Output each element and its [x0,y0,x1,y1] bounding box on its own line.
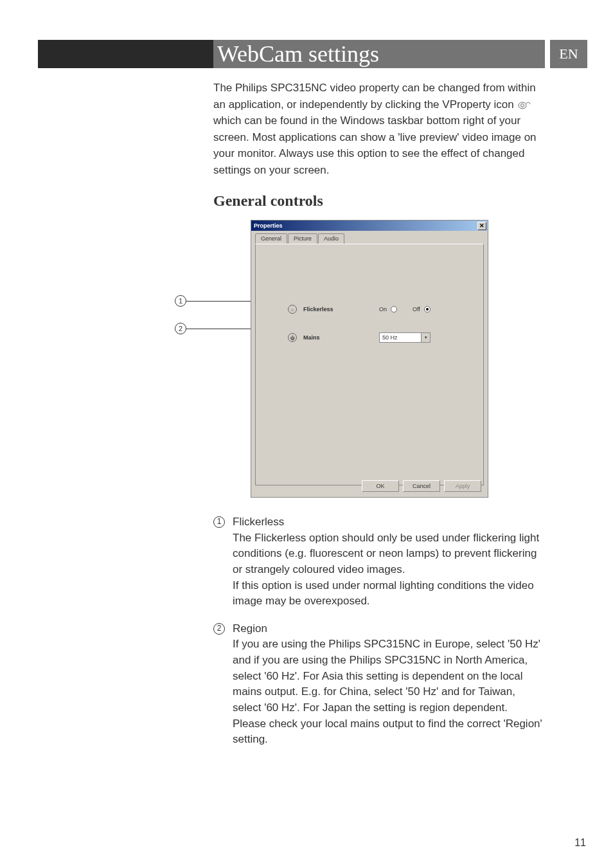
callout-circle-1: 1 [175,295,186,307]
header-dark-block [38,40,213,68]
page-number: 11 [574,837,586,849]
close-icon[interactable]: ✕ [477,222,486,230]
mains-row: ⏻ Mains 50 Hz ▾ [288,332,431,343]
flickerless-icon: ☼ [288,305,297,314]
flickerless-row: ☼ Flickerless On Off [288,305,431,314]
chevron-down-icon: ▾ [421,333,430,342]
on-label: On [379,306,387,312]
svg-point-1 [520,104,524,107]
mains-icon: ⏻ [288,333,297,342]
section-heading: General controls [213,192,545,210]
note-body-2: If you are using the Philips SPC315NC in… [233,637,545,747]
language-indicator: EN [550,40,587,68]
intro-text-part1: The Philips SPC315NC video property can … [213,82,536,111]
ok-button[interactable]: OK [362,480,399,492]
properties-dialog: Properties ✕ General Picture Audio ☼ Fli… [251,220,488,498]
notes-section: 1 Flickerless The Flickerless option sho… [213,514,545,748]
callout-circle-2: 2 [175,323,186,334]
radio-on[interactable] [391,306,397,312]
note-marker-2: 2 [213,623,225,635]
svg-point-0 [519,102,526,109]
mains-dropdown[interactable]: 50 Hz ▾ [379,332,431,343]
note-title-2: Region [233,621,545,637]
note-item-1: 1 Flickerless The Flickerless option sho… [213,514,545,610]
tab-picture[interactable]: Picture [288,233,317,244]
tab-strip: General Picture Audio [251,231,488,244]
tab-panel: ☼ Flickerless On Off ⏻ Mains 50 Hz [255,244,484,485]
dialog-illustration: 1 2 Properties ✕ General Picture Audio ☼… [194,220,545,503]
tab-general[interactable]: General [255,233,287,244]
radio-off[interactable] [424,306,431,312]
note-marker-1: 1 [213,516,225,528]
tab-audio[interactable]: Audio [318,233,344,244]
flickerless-label: Flickerless [303,306,355,312]
intro-paragraph: The Philips SPC315NC video property can … [213,80,545,178]
off-label: Off [413,306,420,312]
mains-value: 50 Hz [382,334,398,341]
cancel-button[interactable]: Cancel [403,480,440,492]
note-title-1: Flickerless [233,514,545,530]
vproperty-icon [517,100,531,110]
dialog-titlebar: Properties ✕ [251,221,488,231]
note-body-1: The Flickerless option should only be us… [233,530,545,610]
page-title: WebCam settings [213,40,545,68]
intro-text-part2: which can be found in the Windows taskba… [213,114,537,176]
apply-button[interactable]: Apply [444,480,481,492]
dialog-footer: OK Cancel Apply [362,480,481,492]
mains-label: Mains [303,334,355,341]
note-item-2: 2 Region If you are using the Philips SP… [213,621,545,748]
dialog-title: Properties [254,222,283,229]
